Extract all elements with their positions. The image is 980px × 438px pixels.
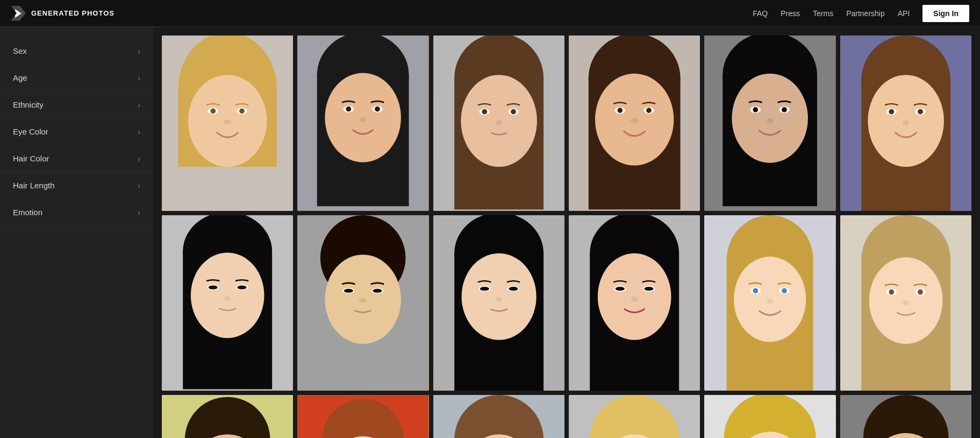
chevron-ethnicity-icon: › (138, 101, 140, 109)
svg-point-26 (482, 109, 487, 115)
svg-point-53 (889, 109, 894, 115)
filter-eye-color-label: Eye Color (13, 127, 48, 136)
svg-point-85 (598, 253, 671, 340)
photo-card[interactable] (297, 36, 428, 211)
svg-point-80 (509, 287, 518, 291)
photo-card[interactable] (704, 215, 835, 391)
chevron-emotion-icon: › (138, 208, 140, 217)
svg-point-28 (496, 120, 502, 125)
filter-emotion-label: Emotion (13, 208, 42, 217)
photo-card[interactable] (569, 36, 700, 211)
nav-faq[interactable]: FAQ (753, 9, 768, 18)
photo-card[interactable] (433, 215, 564, 391)
svg-point-8 (210, 108, 216, 114)
svg-point-90 (631, 296, 638, 302)
filter-sex-label: Sex (13, 46, 27, 55)
photo-card[interactable] (569, 215, 700, 391)
photo-card[interactable] (704, 395, 835, 438)
filter-ethnicity-label: Ethnicity (13, 100, 44, 109)
svg-point-46 (767, 118, 773, 124)
svg-point-99 (767, 299, 773, 303)
chevron-hair-color-icon: › (138, 154, 140, 163)
svg-point-76 (461, 253, 536, 340)
photo-card[interactable] (433, 36, 564, 211)
svg-point-107 (918, 289, 923, 295)
chevron-age-icon: › (138, 74, 140, 82)
header: GENERATED PHOTOS FAQ Press Terms Partner… (0, 0, 980, 27)
svg-point-35 (617, 108, 623, 113)
sidebar: Sex › Age › Ethnicity › Eye Color › Hair… (0, 27, 153, 438)
svg-point-36 (646, 108, 652, 113)
chevron-hair-length-icon: › (138, 181, 140, 190)
nav-api[interactable]: API (898, 9, 910, 18)
photo-card[interactable] (297, 395, 428, 438)
svg-point-98 (782, 288, 787, 293)
filter-eye-color[interactable]: Eye Color › (0, 118, 153, 145)
photo-card[interactable] (840, 395, 971, 438)
svg-point-106 (889, 289, 894, 295)
filter-age[interactable]: Age › (0, 65, 153, 91)
filter-sex[interactable]: Sex › (0, 38, 153, 65)
photo-card[interactable] (162, 215, 293, 391)
svg-point-72 (359, 298, 367, 303)
svg-point-45 (782, 107, 787, 112)
svg-point-41 (732, 74, 809, 163)
photo-card[interactable] (433, 395, 564, 438)
svg-point-97 (753, 288, 759, 293)
svg-point-19 (360, 117, 366, 122)
filter-ethnicity[interactable]: Ethnicity › (0, 91, 153, 118)
main-nav: FAQ Press Terms Partnership API Sign In (753, 5, 969, 22)
svg-point-70 (344, 288, 353, 292)
photo-card[interactable] (162, 395, 293, 438)
photo-card[interactable] (162, 36, 293, 211)
svg-point-18 (375, 107, 380, 112)
brand-area: GENERATED PHOTOS (11, 6, 115, 21)
svg-point-54 (918, 109, 923, 115)
photo-grid (162, 36, 971, 438)
svg-marker-0 (15, 9, 22, 18)
sign-in-button[interactable]: Sign In (922, 5, 969, 22)
logo-icon (11, 6, 26, 21)
svg-point-81 (496, 297, 502, 302)
chevron-sex-icon: › (138, 47, 140, 55)
filter-hair-color[interactable]: Hair Color › (0, 145, 153, 172)
svg-point-63 (237, 285, 246, 289)
svg-point-79 (480, 287, 489, 291)
photo-card[interactable] (840, 215, 971, 391)
main-layout: Sex › Age › Ethnicity › Eye Color › Hair… (0, 27, 980, 438)
filter-hair-length-label: Hair Length (13, 181, 55, 190)
svg-point-88 (616, 287, 625, 291)
photo-content (153, 27, 980, 438)
svg-point-108 (903, 300, 909, 305)
filter-hair-length[interactable]: Hair Length › (0, 172, 153, 199)
svg-point-71 (373, 288, 382, 292)
filter-hair-color-label: Hair Color (13, 154, 49, 163)
nav-terms[interactable]: Terms (813, 9, 833, 18)
filter-emotion[interactable]: Emotion › (0, 199, 153, 226)
svg-point-64 (224, 296, 231, 301)
photo-card[interactable] (569, 395, 700, 438)
photo-card[interactable] (840, 36, 971, 211)
svg-point-27 (511, 109, 516, 115)
photo-card[interactable] (704, 36, 835, 211)
svg-point-59 (191, 252, 264, 338)
filter-age-label: Age (13, 73, 27, 82)
svg-point-44 (753, 107, 759, 112)
nav-press[interactable]: Press (781, 9, 800, 18)
nav-partnership[interactable]: Partnership (846, 9, 885, 18)
svg-point-62 (209, 285, 218, 289)
svg-point-89 (644, 287, 653, 291)
chevron-eye-color-icon: › (138, 128, 140, 136)
svg-point-17 (346, 107, 352, 112)
photo-card[interactable] (297, 215, 428, 391)
svg-point-10 (224, 119, 232, 125)
svg-point-9 (239, 108, 245, 114)
svg-point-37 (631, 118, 639, 124)
svg-point-55 (903, 120, 909, 125)
brand-name: GENERATED PHOTOS (31, 9, 115, 17)
